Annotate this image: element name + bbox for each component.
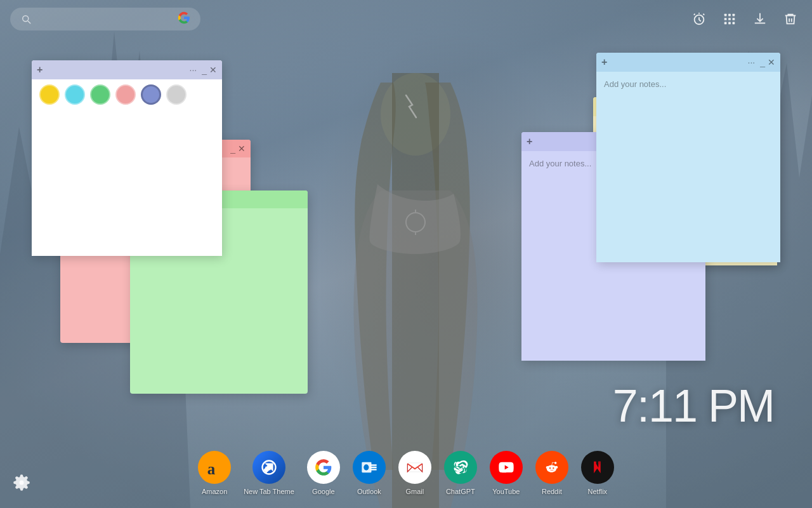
search-bar[interactable]	[10, 8, 200, 30]
note-main-body[interactable]	[32, 110, 222, 256]
svg-rect-5	[733, 14, 735, 17]
note-blue-minimize-btn[interactable]: _	[760, 57, 765, 67]
svg-rect-11	[733, 22, 735, 25]
note-blue-close-btn[interactable]: ✕	[768, 57, 775, 67]
newtab-icon	[252, 451, 285, 484]
download-icon[interactable]	[749, 8, 771, 30]
reddit-icon	[535, 451, 568, 484]
note-close-btn[interactable]: ✕	[209, 65, 217, 75]
dock-item-netflix[interactable]: Netflix	[581, 451, 614, 495]
svg-rect-17	[370, 469, 377, 470]
dock-item-newtabtheme[interactable]: New Tab Theme	[244, 451, 294, 495]
svg-rect-16	[370, 467, 377, 468]
netflix-label: Netflix	[588, 488, 608, 495]
note-blue-add-btn[interactable]: +	[601, 57, 607, 68]
svg-rect-7	[728, 18, 731, 20]
note-add-btn[interactable]: +	[37, 64, 43, 76]
svg-rect-19	[407, 463, 422, 472]
color-purple[interactable]	[141, 84, 161, 105]
svg-point-18	[363, 464, 369, 470]
dock-item-amazon[interactable]: a Amazon	[198, 451, 231, 495]
svg-rect-8	[733, 18, 735, 20]
gmail-label: Gmail	[405, 488, 424, 495]
color-pink[interactable]	[115, 84, 136, 105]
clock: 7:11 PM	[613, 380, 774, 432]
svg-rect-6	[724, 18, 727, 20]
topbar-right	[688, 8, 802, 30]
google-icon	[307, 451, 340, 484]
color-gray[interactable]	[166, 84, 187, 105]
topbar	[0, 0, 812, 38]
svg-rect-9	[724, 22, 727, 25]
note-blue-large: + ··· _ ✕ Add your notes...	[596, 53, 780, 262]
svg-text:a: a	[207, 460, 216, 477]
apps-icon[interactable]	[718, 8, 741, 30]
color-yellow[interactable]	[39, 84, 60, 105]
dock-item-gmail[interactable]: Gmail	[398, 451, 431, 495]
youtube-icon	[490, 451, 523, 484]
svg-rect-15	[370, 464, 377, 465]
reddit-label: Reddit	[542, 488, 562, 495]
trash-icon[interactable]	[779, 8, 802, 30]
google-label: Google	[312, 488, 334, 495]
google-logo	[178, 11, 190, 27]
timer-icon[interactable]	[688, 8, 710, 30]
outlook-icon	[353, 451, 386, 484]
note-main: + ··· _ ✕	[32, 60, 222, 256]
note-blue-large-header: + ··· _ ✕	[596, 53, 780, 72]
color-palette	[32, 79, 222, 110]
note-pink-close-btn[interactable]: ✕	[238, 144, 246, 154]
note-menu-btn[interactable]: ···	[190, 65, 197, 75]
chatgpt-icon	[444, 451, 477, 484]
note-minimize-btn[interactable]: _	[202, 65, 207, 75]
outlook-label: Outlook	[357, 488, 381, 495]
dock-item-youtube[interactable]: YouTube	[490, 451, 523, 495]
amazon-label: Amazon	[202, 488, 227, 495]
search-icon	[20, 13, 32, 25]
svg-rect-3	[724, 14, 727, 17]
dock-item-outlook[interactable]: Outlook	[353, 451, 386, 495]
chatgpt-label: ChatGPT	[446, 488, 475, 495]
dock-item-google[interactable]: Google	[307, 451, 340, 495]
note-blue-menu-btn[interactable]: ···	[748, 57, 756, 67]
dock: a Amazon New Tab Theme Google	[0, 444, 812, 508]
dock-item-reddit[interactable]: Reddit	[535, 451, 568, 495]
color-green[interactable]	[90, 84, 110, 105]
note-blue-large-body[interactable]: Add your notes...	[596, 72, 780, 262]
dock-item-chatgpt[interactable]: ChatGPT	[444, 451, 477, 495]
netflix-icon	[581, 451, 614, 484]
gmail-icon	[398, 451, 431, 484]
youtube-label: YouTube	[492, 488, 520, 495]
newtab-label: New Tab Theme	[244, 488, 294, 495]
note-pink-minimize-btn[interactable]: _	[230, 144, 235, 154]
color-cyan[interactable]	[65, 84, 85, 105]
svg-rect-4	[728, 14, 731, 17]
svg-rect-10	[728, 22, 731, 25]
amazon-icon: a	[198, 451, 231, 484]
note-lavender-add-btn[interactable]: +	[527, 136, 532, 147]
note-main-header: + ··· _ ✕	[32, 60, 222, 79]
